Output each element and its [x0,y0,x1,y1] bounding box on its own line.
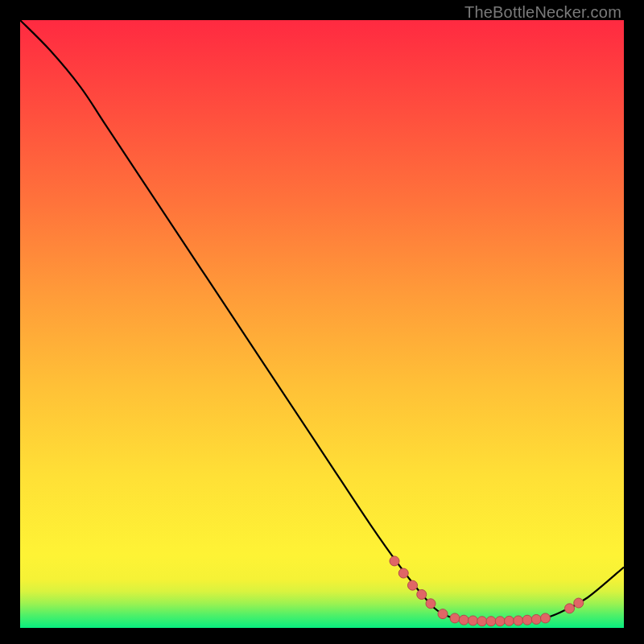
data-marker [565,604,575,613]
data-marker [450,613,460,623]
data-marker [469,616,478,625]
data-marker [390,556,399,566]
data-marker [541,613,551,623]
data-marker [398,568,408,578]
data-marker [417,589,427,599]
data-marker [459,615,469,625]
attribution-text: TheBottleNecker.com [464,3,621,22]
data-marker [426,599,436,609]
data-marker [514,616,523,625]
chart-frame [20,20,624,628]
data-marker [574,598,584,608]
data-marker [408,580,418,590]
data-marker [477,617,487,626]
data-marker [531,614,541,624]
bottleneck-chart [20,20,624,628]
chart-background [20,20,624,628]
data-marker [522,615,532,625]
data-marker [486,617,496,626]
data-marker [505,616,514,625]
data-marker [495,617,505,626]
data-marker [438,609,448,619]
